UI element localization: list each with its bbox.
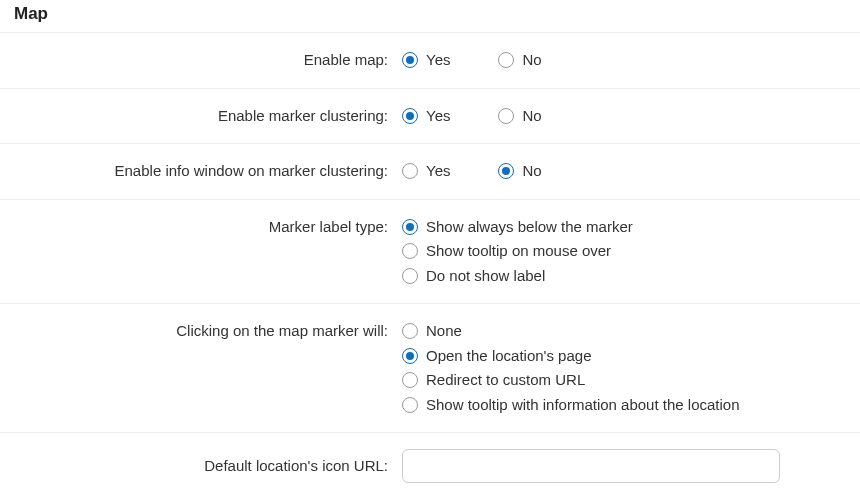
marker-label-type-tooltip[interactable]: Show tooltip on mouse over [402,240,846,263]
marker-click-tooltip[interactable]: Show tooltip with information about the … [402,394,846,417]
radio-label: Redirect to custom URL [426,369,585,392]
row-marker-click: Clicking on the map marker will: None Op… [0,304,860,433]
enable-marker-clustering-no[interactable]: No [498,105,541,128]
radio-icon [402,243,418,259]
enable-marker-clustering-label: Enable marker clustering: [14,105,402,124]
enable-map-label: Enable map: [14,49,402,68]
marker-click-controls: None Open the location's page Redirect t… [402,320,846,416]
row-enable-map: Enable map: Yes No [0,33,860,89]
radio-icon [402,372,418,388]
radio-icon [402,108,418,124]
radio-label: No [522,105,541,128]
enable-marker-clustering-controls: Yes No [402,105,846,128]
radio-icon [402,52,418,68]
radio-label: Show always below the marker [426,216,633,239]
radio-label: Yes [426,105,450,128]
radio-label: Show tooltip on mouse over [426,240,611,263]
row-enable-marker-clustering: Enable marker clustering: Yes No [0,89,860,145]
radio-icon [498,163,514,179]
radio-label: Do not show label [426,265,545,288]
row-default-icon-url: Default location's icon URL: [0,433,860,499]
radio-label: No [522,49,541,72]
enable-info-window-no[interactable]: No [498,160,541,183]
marker-click-open-page[interactable]: Open the location's page [402,345,846,368]
radio-label: No [522,160,541,183]
marker-click-custom-url[interactable]: Redirect to custom URL [402,369,846,392]
radio-icon [498,108,514,124]
enable-info-window-controls: Yes No [402,160,846,183]
enable-marker-clustering-yes[interactable]: Yes [402,105,450,128]
row-marker-label-type: Marker label type: Show always below the… [0,200,860,305]
radio-icon [402,163,418,179]
radio-icon [402,268,418,284]
marker-label-type-none[interactable]: Do not show label [402,265,846,288]
radio-label: Yes [426,160,450,183]
radio-icon [402,219,418,235]
section-title: Map [0,0,860,33]
enable-map-yes[interactable]: Yes [402,49,450,72]
radio-label: None [426,320,462,343]
enable-info-window-yes[interactable]: Yes [402,160,450,183]
radio-icon [402,323,418,339]
default-icon-url-label: Default location's icon URL: [14,449,402,474]
enable-info-window-label: Enable info window on marker clustering: [14,160,402,179]
marker-label-type-controls: Show always below the marker Show toolti… [402,216,846,288]
marker-click-label: Clicking on the map marker will: [14,320,402,339]
default-icon-url-controls [402,449,846,483]
radio-icon [402,397,418,413]
radio-label: Show tooltip with information about the … [426,394,740,417]
default-icon-url-input[interactable] [402,449,780,483]
row-enable-info-window: Enable info window on marker clustering:… [0,144,860,200]
radio-label: Open the location's page [426,345,591,368]
enable-map-controls: Yes No [402,49,846,72]
enable-map-no[interactable]: No [498,49,541,72]
radio-icon [498,52,514,68]
marker-label-type-show-always[interactable]: Show always below the marker [402,216,846,239]
marker-click-none[interactable]: None [402,320,846,343]
radio-label: Yes [426,49,450,72]
marker-label-type-label: Marker label type: [14,216,402,235]
radio-icon [402,348,418,364]
